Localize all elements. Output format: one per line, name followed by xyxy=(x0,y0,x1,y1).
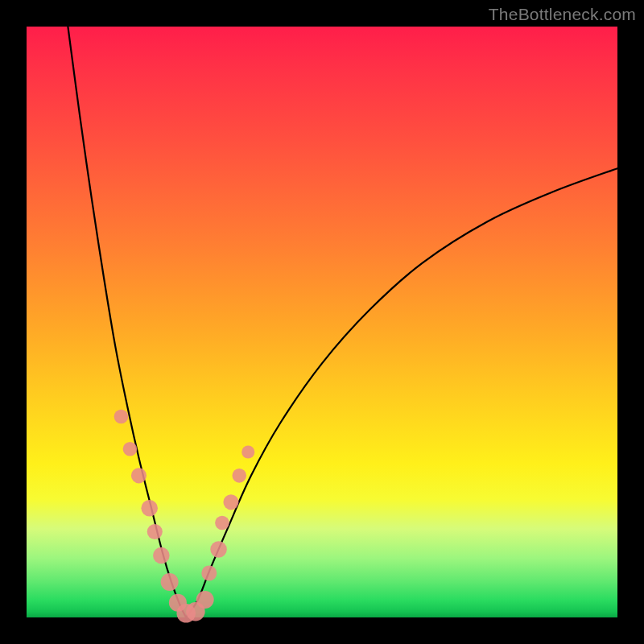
left-arm-curve xyxy=(68,27,186,617)
data-dot xyxy=(232,469,246,483)
data-dot xyxy=(215,516,229,530)
data-dot xyxy=(223,494,238,510)
curve-layer xyxy=(27,27,617,617)
data-dot xyxy=(114,410,129,424)
data-dot xyxy=(123,442,138,456)
data-dot xyxy=(153,547,170,564)
data-dot xyxy=(147,524,163,539)
data-dot xyxy=(242,445,254,458)
chart-frame: TheBottleneck.com xyxy=(0,0,644,644)
data-dot xyxy=(196,591,214,609)
right-arm-curve xyxy=(186,168,617,617)
data-dot xyxy=(161,573,179,591)
plot-area xyxy=(27,27,617,617)
data-dot xyxy=(210,541,227,558)
watermark-label: TheBottleneck.com xyxy=(489,5,636,24)
data-dot xyxy=(141,500,158,517)
data-dot xyxy=(131,468,147,483)
data-dot xyxy=(201,565,217,580)
